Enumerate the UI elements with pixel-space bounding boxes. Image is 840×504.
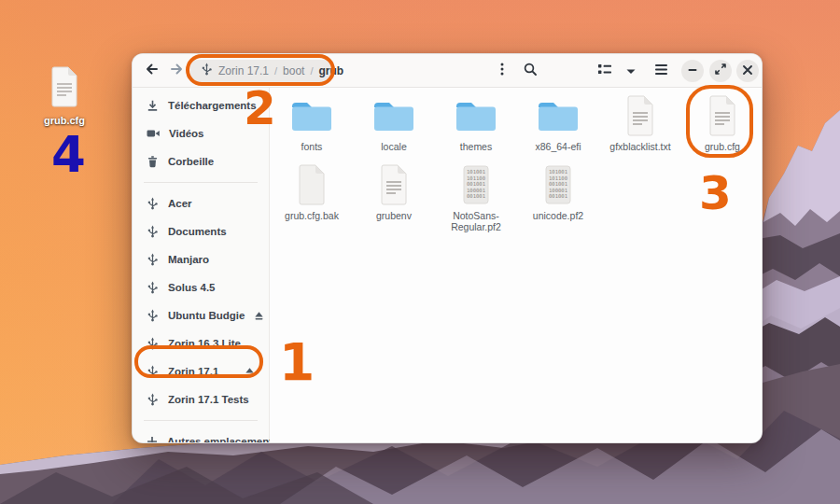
restore-button[interactable]: [709, 60, 732, 82]
file-blank-icon: [284, 162, 340, 207]
usb-icon: [146, 392, 160, 407]
sidebar: TéléchargementsVidéosCorbeilleAcerDocume…: [133, 88, 270, 442]
sidebar-item-label: Téléchargements: [168, 100, 257, 111]
sidebar-item-zorin-17-1-tests[interactable]: Zorin 17.1 Tests: [138, 385, 263, 413]
file-item-fonts[interactable]: fonts: [271, 91, 353, 153]
search-button[interactable]: [519, 61, 541, 81]
file-binary-icon: 101001101100001001100001001001: [448, 162, 504, 207]
svg-text:001001: 001001: [467, 193, 485, 199]
file-item-label: themes: [460, 141, 492, 153]
file-binary-icon: 101001101100001001100001001001: [530, 162, 586, 207]
file-item-notosans-regular-pf2[interactable]: 101001101100001001100001001001NotoSans-R…: [435, 161, 517, 233]
breadcrumb-segment-zorin-17-1[interactable]: Zorin 17.1: [218, 64, 269, 77]
sidebar-item-ubuntu-budgie[interactable]: Ubuntu Budgie: [138, 301, 263, 329]
sidebar-separator: [144, 420, 258, 421]
svg-text:001001: 001001: [549, 193, 567, 199]
file-grid-area: fontslocalethemesx86_64-efigfxblacklist.…: [270, 88, 763, 442]
breadcrumb[interactable]: Zorin 17.1/boot/grub: [190, 60, 333, 82]
forward-button[interactable]: [165, 61, 188, 81]
file-item-locale[interactable]: locale: [353, 91, 435, 153]
file-item-label: locale: [381, 141, 406, 153]
sidebar-item-videos[interactable]: Vidéos: [138, 119, 263, 147]
usb-icon: [146, 280, 160, 295]
eject-icon[interactable]: [244, 366, 256, 378]
usb-icon: [146, 364, 160, 379]
folder-icon: [448, 93, 504, 138]
file-manager-window: Zorin 17.1/boot/grub TéléchargementsVidé…: [132, 53, 763, 443]
desktop-file-grub-cfg[interactable]: grub.cfg: [37, 65, 91, 126]
sidebar-item-zorin-17-1[interactable]: Zorin 17.1: [138, 357, 263, 385]
sidebar-item-documents[interactable]: Documents: [138, 217, 263, 245]
main-menu-button[interactable]: [650, 61, 672, 81]
sidebar-item-label: Zorin 17.1: [168, 366, 218, 377]
search-icon: [523, 62, 538, 80]
usb-drive-icon: [200, 62, 214, 80]
breadcrumb-segment-grub[interactable]: grub: [319, 64, 344, 77]
sidebar-item-autres-emplacements[interactable]: Autres emplacements: [138, 427, 263, 443]
view-options-button[interactable]: [622, 61, 640, 81]
sidebar-item-acer[interactable]: Acer: [138, 189, 263, 217]
file-item-grub-cfg[interactable]: grub.cfg: [681, 91, 763, 153]
breadcrumb-segment-boot[interactable]: boot: [283, 64, 304, 77]
svg-text:101001: 101001: [549, 169, 567, 175]
desktop: grub.cfg Zorin 17.1/boot/grub Télécharge…: [0, 0, 840, 504]
svg-text:101001: 101001: [467, 169, 485, 175]
sidebar-item-telechargements[interactable]: Téléchargements: [138, 91, 263, 119]
file-item-label: NotoSans-Regular.pf2: [436, 210, 516, 233]
restore-icon: [714, 63, 727, 79]
file-item-label: grub.cfg.bak: [285, 210, 339, 222]
file-item-label: gfxblacklist.txt: [609, 141, 670, 153]
trash-icon: [146, 154, 160, 169]
file-item-label: grubenv: [376, 210, 412, 222]
sidebar-item-manjaro[interactable]: Manjaro: [138, 245, 263, 273]
view-list-button[interactable]: [594, 61, 616, 81]
back-button[interactable]: [140, 61, 162, 81]
sidebar-item-label: Zorin 16.3 Lite: [168, 338, 241, 349]
download-icon: [146, 98, 160, 113]
sidebar-item-corbeille[interactable]: Corbeille: [138, 147, 263, 175]
file-text-icon: [48, 65, 81, 112]
sidebar-item-label: Autres emplacements: [167, 436, 279, 443]
file-text-icon: [612, 93, 668, 138]
file-item-themes[interactable]: themes: [435, 91, 517, 153]
usb-icon: [146, 308, 160, 323]
kebab-menu-button[interactable]: [491, 61, 513, 81]
file-item-unicode-pf2[interactable]: 101001101100001001100001001001unicode.pf…: [517, 161, 599, 222]
sidebar-item-zorin-16-3-lite[interactable]: Zorin 16.3 Lite: [138, 329, 263, 357]
file-item-label: fonts: [301, 141, 323, 153]
desktop-file-label: grub.cfg: [44, 115, 85, 126]
sidebar-separator: [144, 182, 258, 183]
svg-text:001001: 001001: [549, 181, 567, 187]
sidebar-item-label: Zorin 17.1 Tests: [168, 394, 249, 405]
svg-text:101100: 101100: [549, 175, 567, 180]
file-item-grub-cfg-bak[interactable]: grub.cfg.bak: [271, 161, 353, 222]
file-item-grubenv[interactable]: grubenv: [353, 161, 435, 222]
back-arrow-icon: [144, 62, 160, 80]
file-item-x86-64-efi[interactable]: x86_64-efi: [517, 91, 599, 153]
usb-icon: [146, 252, 160, 267]
kebab-menu-icon: [499, 62, 505, 80]
folder-icon: [366, 93, 422, 138]
usb-icon: [146, 224, 160, 239]
file-item-gfxblacklist-txt[interactable]: gfxblacklist.txt: [599, 91, 681, 153]
file-text-icon: [694, 93, 750, 138]
sidebar-item-label: Corbeille: [168, 156, 214, 167]
plus-icon: [146, 435, 159, 443]
eject-icon[interactable]: [253, 310, 265, 322]
sidebar-item-label: Manjaro: [168, 254, 209, 265]
folder-icon: [530, 93, 586, 138]
forward-arrow-icon: [169, 62, 185, 80]
hamburger-menu-icon: [654, 63, 668, 79]
close-button[interactable]: [736, 60, 759, 82]
svg-text:100001: 100001: [549, 187, 567, 192]
sidebar-item-solus-4-5[interactable]: Solus 4.5: [138, 273, 263, 301]
breadcrumb-separator: /: [310, 65, 313, 77]
file-item-label: grub.cfg: [705, 141, 740, 153]
sidebar-item-label: Acer: [168, 198, 192, 209]
minimize-button[interactable]: [681, 60, 704, 82]
annotation-number-4: 4: [51, 130, 86, 179]
breadcrumb-separator: /: [274, 65, 277, 77]
file-text-icon: [366, 162, 422, 207]
svg-text:101100: 101100: [467, 175, 485, 180]
sidebar-item-label: Vidéos: [169, 128, 204, 139]
